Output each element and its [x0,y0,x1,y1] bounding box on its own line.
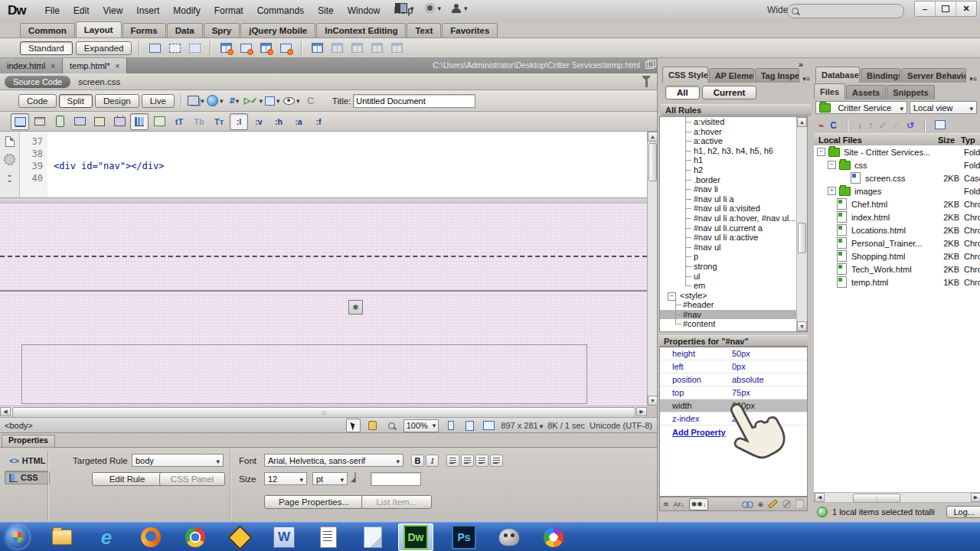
size-select[interactable]: 12 [264,472,307,485]
add-property-link[interactable]: Add Property [660,425,807,439]
tv-media-icon[interactable] [110,113,129,130]
scroll-down-icon[interactable]: ▼ [797,321,807,331]
file-row[interactable]: screen.css 2KB Casc [814,171,980,184]
show-list-view-icon[interactable]: Az↓ [674,499,684,510]
select-tool-icon[interactable] [346,419,361,432]
tab-css-styles[interactable]: CSS Styles [662,67,708,83]
css-property-row-selected[interactable]: width 960px [660,399,807,412]
file-row[interactable]: Locations.html 2KB Chro [814,223,980,236]
size-column-header[interactable]: Size [938,135,961,145]
files-horizontal-scrollbar[interactable]: ◀ ⁞ ▶ [814,492,980,503]
search-input[interactable] [799,6,893,17]
picasa-icon[interactable] [542,526,565,549]
style-node[interactable]: − <style> [660,291,807,301]
refresh-icon[interactable]: C [830,120,837,131]
tab-temp-html[interactable]: temp.html* × [63,58,127,73]
design-time-stylesheets-icon[interactable] [150,113,168,130]
pseudo-active-button[interactable]: :a [289,113,308,130]
scroll-up-icon[interactable]: ▲ [797,117,807,127]
pseudo-visited-button[interactable]: :v [250,113,268,130]
split-view-button[interactable]: Split [59,94,93,108]
tab-server-behaviors[interactable]: Server Behaviors [901,68,966,83]
notepad-icon[interactable] [361,526,384,549]
css-rule[interactable]: #nav ul li.current a [660,223,807,233]
css-rule[interactable]: #nav li [660,184,807,194]
align-justify-icon[interactable] [490,455,503,467]
insert-tab-layout[interactable]: Layout [76,21,122,37]
expand-all-icon[interactable]: ⌄⌄ [7,172,13,183]
css-rule[interactable]: h1 [660,155,807,165]
menu-site[interactable]: Site [311,5,341,16]
spry-menu-bar-icon[interactable] [217,41,234,56]
insert-table-icon[interactable] [309,41,325,56]
css-rule[interactable]: p [660,252,807,262]
css-rule[interactable]: #nav ul li a:hover, #nav ul... [660,214,807,223]
css-rules-tree[interactable]: a:visited a:hover a:active h1, h2, h3, h… [659,116,808,332]
insert-tab-common[interactable]: Common [20,23,75,37]
scroll-left-icon[interactable]: ◀ [0,407,11,416]
tablet-size-icon[interactable] [462,419,477,432]
css-rule-selected[interactable]: #nav [660,310,807,320]
hand-tool-icon[interactable] [365,419,380,432]
file-row-site-root[interactable]: − Site - Critter Services... Fold [814,145,980,158]
explorer-icon[interactable] [51,526,74,549]
css-rule[interactable]: ul [660,272,807,282]
log-button[interactable]: Log... [946,506,980,518]
menu-modify[interactable]: Modify [166,5,207,16]
menu-commands[interactable]: Commands [250,5,311,16]
collapse-tag-icon[interactable] [4,154,15,165]
get-files-icon[interactable]: ↓ [858,120,862,131]
start-button[interactable] [6,526,29,549]
restore-document-icon[interactable] [645,61,654,69]
css-rule[interactable]: #header [660,300,807,310]
css-property-row[interactable]: z-index 2 [660,412,807,425]
css-rule[interactable]: #content [660,319,807,329]
insert-div-tag-icon[interactable] [146,41,163,56]
source-code-button[interactable]: Source Code [5,76,70,88]
css-panel-button[interactable]: CSS Panel [159,472,225,486]
horizontal-scrollbar[interactable]: ◀ ⁞⁞⁞ ▶ [0,406,647,417]
wordpad-icon[interactable] [317,526,340,549]
check-browser-compat-icon[interactable] [264,93,281,109]
align-left-icon[interactable] [446,455,459,467]
attach-stylesheet-icon[interactable] [742,499,753,510]
expand-panel-icon[interactable] [935,120,946,132]
files-tree[interactable]: − Site - Critter Services... Fold − css … [814,145,980,492]
properties-tab[interactable]: Properties [2,435,55,447]
scrollbar-thumb[interactable] [648,143,657,181]
color-value-input[interactable] [371,472,421,486]
insert-tab-incontext-editing[interactable]: InContext Editing [316,23,406,37]
window-size-display[interactable]: 897 x 281 [501,421,543,430]
related-file-screen-css[interactable]: screen.css [78,77,120,86]
edit-rule-icon[interactable] [768,499,778,510]
menu-window[interactable]: Window [341,5,387,16]
css-property-row[interactable]: position absolute [660,373,807,386]
internet-explorer-icon[interactable]: e [95,526,118,549]
connect-icon[interactable]: ⌁ [818,120,824,131]
align-right-icon[interactable] [475,455,488,467]
css-rule[interactable]: h2 [660,165,807,175]
spry-accordion-icon[interactable] [257,41,274,56]
put-files-icon[interactable]: ↑ [868,120,873,131]
scrollbar-thumb[interactable] [798,223,806,253]
toggle-css-display-icon[interactable] [130,113,149,130]
tab-files[interactable]: Files [814,83,845,99]
tab-index-html[interactable]: index.html × [0,58,63,73]
user-account-icon[interactable] [452,4,468,13]
insert-tab-data[interactable]: Data [167,23,203,37]
pseudo-focus-button[interactable]: :f [309,113,328,130]
validate-markup-icon[interactable]: ▷✓ [245,93,262,109]
search-box[interactable] [787,4,904,18]
preview-in-browser-icon[interactable] [207,93,224,109]
file-row[interactable]: Shopping.html 2KB Chro [814,249,980,262]
css-property-row[interactable]: left 0px [660,360,807,373]
layout-switcher-icon[interactable] [395,3,414,13]
settings-gear-icon[interactable] [425,3,442,13]
css-rule[interactable]: a:active [660,136,807,146]
zoom-tool-icon[interactable] [384,419,399,432]
menu-view[interactable]: View [96,5,130,16]
draw-layout-region-icon[interactable] [186,41,203,56]
css-rule[interactable]: #nav ul li a:visited [660,204,807,214]
text-color-swatch[interactable] [354,472,356,483]
design-view-button[interactable]: Design [95,94,139,108]
